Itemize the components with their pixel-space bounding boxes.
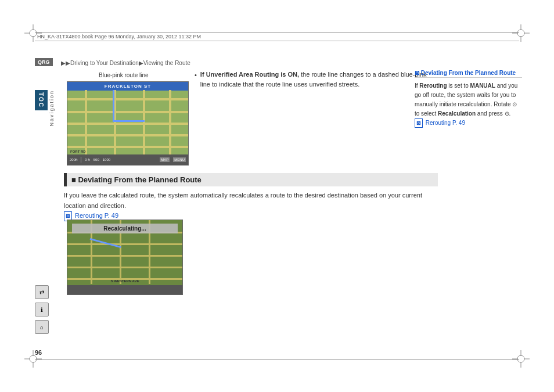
- screen-street-header: FRACKLETON ST: [67, 82, 188, 91]
- svg-point-10: [30, 355, 37, 362]
- breadcrumb: ▶▶Driving to Your Destination▶Viewing th…: [61, 60, 190, 66]
- top-bar: HN_KA-31TX4800.book Page 96 Monday, Janu…: [35, 32, 519, 41]
- nav-label: Navigation: [49, 90, 55, 127]
- rerouting-link[interactable]: Rerouting: [75, 212, 103, 219]
- right-rotate-icon: ⊙: [512, 101, 517, 107]
- scale-label-200: 200ft: [70, 158, 77, 161]
- toc-button[interactable]: TOC: [35, 90, 48, 110]
- body-paragraph: If you leave the calculated route, the s…: [64, 192, 422, 209]
- map-screen-1: FRACKLETON ST 200ft 0 ft 500 1000 MAP ME…: [67, 81, 189, 166]
- recalculating-banner: Recalculating...: [72, 224, 178, 233]
- right-manual-bold: MANUAL: [470, 82, 495, 89]
- right-link-page: P. 49: [452, 120, 465, 126]
- section-heading: ■ Deviating From the Planned Route: [64, 173, 438, 186]
- map-screen-2: Recalculating... S WESTERN AVE: [67, 220, 183, 295]
- unverified-bold: If Unverified Area Routing: [200, 71, 279, 78]
- right-body2: is set to: [447, 82, 470, 89]
- bullet-dot: •: [195, 70, 197, 89]
- body-text: If you leave the calculated route, the s…: [64, 190, 438, 221]
- right-body5: and press: [476, 110, 504, 117]
- scale-500: 500: [93, 158, 99, 161]
- right-rerouting-bold: Rerouting: [419, 82, 447, 89]
- bullet-text-1: If Unverified Area Routing is ON, the ro…: [200, 70, 438, 89]
- icon-btn-1[interactable]: ⇄: [35, 285, 49, 299]
- right-recalculation-bold: Recalculation: [438, 110, 476, 117]
- bullet-item-1: • If Unverified Area Routing is ON, the …: [195, 70, 438, 89]
- right-rerouting-link[interactable]: Rerouting: [426, 120, 451, 126]
- right-body4: to select: [415, 110, 438, 117]
- right-press-icon: ⊙: [505, 110, 509, 117]
- qrg-badge: QRG: [35, 58, 53, 66]
- icon-btn-2[interactable]: ℹ: [35, 303, 49, 317]
- bullet-section: • If Unverified Area Routing is ON, the …: [195, 70, 438, 92]
- icon-btn-3[interactable]: ⌂: [35, 320, 49, 334]
- menu-button: MENU: [173, 157, 186, 162]
- right-link-icon: ⊠: [415, 118, 423, 128]
- page-number: 96: [35, 349, 42, 356]
- rerouting-page: P. 49: [105, 212, 118, 219]
- scale-label-0: 0 ft: [85, 158, 89, 161]
- is-on-bold: is ON,: [280, 71, 299, 78]
- fort-rd-label: FORT RD: [70, 150, 86, 153]
- right-body: If Rerouting is set to MANUAL and you go…: [415, 81, 522, 128]
- s-western-label: S WESTERN AVE: [70, 279, 179, 283]
- right-column: ⊠ Deviating From the Planned Route If Re…: [415, 70, 522, 357]
- bottom-line: [35, 359, 519, 360]
- map-button: MAP: [160, 157, 170, 162]
- scale-1000: 1000: [103, 158, 110, 161]
- scale-bar: 200ft 0 ft 500 1000 MAP MENU: [67, 154, 188, 165]
- blue-pink-label: Blue-pink route line: [99, 72, 149, 78]
- right-section-title: ⊠ Deviating From the Planned Route: [415, 70, 522, 78]
- bottom-icons: ⇄ ℹ ⌂: [35, 285, 49, 334]
- right-body6: .: [509, 110, 511, 117]
- file-info: HN_KA-31TX4800.book Page 96 Monday, Janu…: [37, 34, 201, 39]
